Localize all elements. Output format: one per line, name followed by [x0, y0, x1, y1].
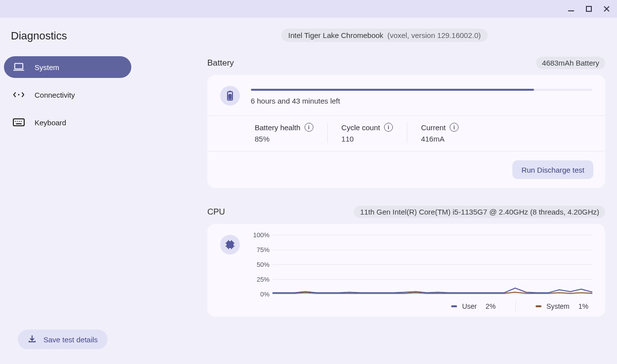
cpu-chip-icon — [220, 235, 240, 255]
info-icon[interactable]: i — [384, 123, 393, 132]
battery-progress — [251, 89, 592, 91]
battery-section-title: Battery — [207, 58, 234, 68]
main-content: Intel Tiger Lake Chromebook (voxel, vers… — [158, 18, 617, 364]
y-tick-label: 25% — [248, 276, 270, 283]
cpu-usage-chart: 0%25%50%75%100% — [272, 235, 592, 294]
sidebar-item-keyboard[interactable]: Keyboard — [4, 111, 131, 133]
battery-icon — [220, 86, 240, 106]
y-tick-label: 0% — [248, 291, 270, 298]
info-icon[interactable]: i — [450, 123, 459, 132]
battery-health-label: Battery health — [255, 123, 301, 132]
svg-point-6 — [18, 94, 20, 96]
cpu-card: 0%25%50%75%100% User 2% System 1% — [207, 224, 605, 317]
svg-rect-17 — [229, 244, 231, 246]
device-name: Intel Tiger Lake Chromebook — [288, 31, 384, 39]
ethernet-icon — [13, 91, 25, 98]
save-test-details-button[interactable]: Save test details — [18, 329, 108, 349]
sidebar: Diagnostics System Connectivity Keyboard — [0, 18, 158, 364]
y-tick-label: 100% — [248, 231, 270, 239]
battery-health-value: 85% — [255, 135, 313, 143]
laptop-icon — [13, 63, 25, 72]
cpu-info-chip: 11th Gen Intel(R) Core(TM) i5-1135G7 @ 2… — [354, 206, 605, 218]
info-icon[interactable]: i — [305, 123, 313, 132]
close-button[interactable] — [601, 3, 612, 14]
device-meta: (voxel, version 129.16002.0) — [387, 31, 481, 39]
device-info-chip: Intel Tiger Lake Chromebook (voxel, vers… — [281, 29, 488, 42]
sidebar-item-label: Connectivity — [35, 91, 75, 99]
y-tick-label: 50% — [248, 261, 270, 268]
save-button-label: Save test details — [43, 335, 98, 344]
battery-capacity-chip: 4683mAh Battery — [536, 57, 605, 69]
cycle-count-label: Cycle count — [342, 123, 380, 132]
page-title: Diagnostics — [11, 30, 148, 42]
battery-time-left: 6 hours and 43 minutes left — [251, 97, 592, 105]
cycle-count-value: 110 — [342, 135, 393, 143]
maximize-button[interactable] — [583, 3, 594, 14]
legend-system: System 1% — [536, 301, 588, 312]
keyboard-icon — [13, 118, 25, 126]
current-value: 416mA — [421, 135, 459, 143]
sidebar-item-system[interactable]: System — [4, 56, 131, 78]
sidebar-item-label: System — [35, 63, 59, 72]
run-discharge-test-button[interactable]: Run Discharge test — [512, 160, 593, 179]
sidebar-item-connectivity[interactable]: Connectivity — [4, 84, 131, 106]
legend-user: User 2% — [451, 301, 496, 312]
cpu-section-title: CPU — [207, 207, 225, 217]
current-label: Current — [421, 123, 446, 132]
svg-rect-4 — [15, 64, 23, 69]
battery-card: 6 hours and 43 minutes left Battery heal… — [207, 75, 605, 188]
svg-rect-1 — [586, 6, 591, 11]
svg-rect-15 — [229, 94, 231, 99]
minimize-button[interactable] — [566, 3, 577, 14]
sidebar-item-label: Keyboard — [35, 118, 66, 127]
y-tick-label: 75% — [248, 246, 270, 254]
download-icon — [28, 334, 37, 345]
svg-rect-7 — [13, 119, 24, 126]
window-titlebar — [0, 0, 617, 18]
